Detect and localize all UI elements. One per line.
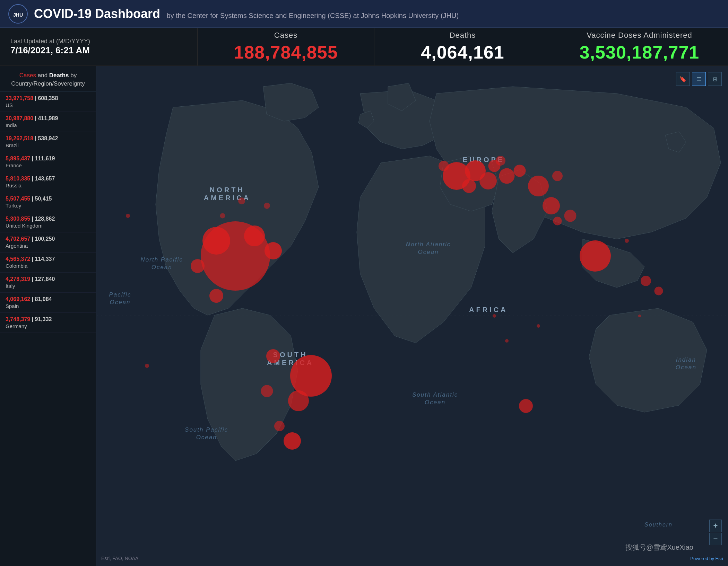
cases-label: Cases — [274, 31, 297, 40]
country-list: 33,971,758 | 608,358 US 30,987,880 | 411… — [0, 92, 96, 333]
country-name: Italy — [6, 283, 90, 289]
country-deaths: | 91,332 — [32, 316, 52, 322]
app-title: COVID-19 Dashboard — [34, 7, 160, 21]
sidebar-deaths-label: Deaths — [49, 72, 69, 79]
bookmark-button[interactable]: 🔖 — [676, 72, 690, 86]
country-item[interactable]: 5,810,335 | 143,657 Russia — [0, 172, 96, 192]
vaccine-label: Vaccine Doses Administered — [587, 31, 692, 40]
country-name: Brazil — [6, 142, 90, 148]
country-item[interactable]: 4,565,372 | 114,337 Colombia — [0, 253, 96, 273]
country-stats: 3,748,379 | 91,332 — [6, 316, 90, 322]
country-name: Turkey — [6, 203, 90, 209]
country-name: Germany — [6, 323, 90, 329]
svg-text:JHU: JHU — [13, 12, 23, 18]
country-stats: 4,278,319 | 127,840 — [6, 276, 90, 282]
country-deaths: | 127,840 — [32, 276, 55, 282]
country-deaths: | 143,657 — [32, 176, 55, 182]
country-name: US — [6, 102, 90, 108]
list-view-button[interactable]: ☰ — [692, 72, 706, 86]
cases-value: 188,784,855 — [234, 42, 338, 63]
country-name: Colombia — [6, 263, 90, 269]
world-map-svg — [96, 66, 728, 566]
country-item[interactable]: 5,895,437 | 111,619 France — [0, 152, 96, 172]
country-stats: 4,069,162 | 81,084 — [6, 296, 90, 302]
main-content: Cases and Deaths byCountry/Region/Sovere… — [0, 66, 728, 566]
sidebar-cases-label: Cases — [19, 72, 36, 79]
country-deaths: | 411,989 — [35, 115, 58, 121]
header-title-group: COVID-19 Dashboard by the Center for Sys… — [34, 7, 459, 21]
sidebar-and: and — [38, 72, 49, 79]
vaccine-value: 3,530,187,771 — [580, 42, 700, 63]
country-deaths: | 50,415 — [32, 196, 52, 202]
country-stats: 19,262,518 | 538,942 — [6, 135, 90, 142]
map-area[interactable]: 🔖 ☰ ⊞ North PacificOcean PacificOcean No… — [96, 66, 728, 566]
last-updated-block: Last Updated at (M/D/YYYY) 7/16/2021, 6:… — [0, 28, 198, 65]
country-stats: 30,987,880 | 411,989 — [6, 115, 90, 122]
country-stats: 5,895,437 | 111,619 — [6, 156, 90, 162]
map-toolbar[interactable]: 🔖 ☰ ⊞ — [676, 72, 722, 86]
country-stats: 5,810,335 | 143,657 — [6, 176, 90, 182]
country-item[interactable]: 3,748,379 | 91,332 Germany — [0, 313, 96, 333]
deaths-value: 4,064,161 — [421, 42, 504, 63]
country-stats: 33,971,758 | 608,358 — [6, 95, 90, 101]
country-name: United Kingdom — [6, 223, 90, 229]
country-deaths: | 608,358 — [35, 95, 58, 101]
country-item[interactable]: 4,069,162 | 81,084 Spain — [0, 293, 96, 313]
cases-block: Cases 188,784,855 — [198, 28, 374, 65]
watermark: 搜狐号@雪鸢XueXiao — [625, 543, 693, 552]
map-powered-by: Powered by Esri — [690, 556, 723, 561]
country-name: France — [6, 162, 90, 168]
country-deaths: | 538,942 — [35, 135, 58, 141]
country-stats: 4,702,657 | 100,250 — [6, 236, 90, 242]
map-zoom-controls[interactable]: + − — [709, 520, 722, 545]
country-deaths: | 111,619 — [32, 156, 55, 161]
country-item[interactable]: 19,262,518 | 538,942 Brazil — [0, 132, 96, 152]
country-deaths: | 100,250 — [32, 236, 55, 242]
app-header: JHU COVID-19 Dashboard by the Center for… — [0, 0, 728, 28]
vaccine-block: Vaccine Doses Administered 3,530,187,771 — [551, 28, 728, 65]
country-item[interactable]: 30,987,880 | 411,989 India — [0, 112, 96, 132]
country-sidebar[interactable]: Cases and Deaths byCountry/Region/Sovere… — [0, 66, 96, 566]
country-item[interactable]: 5,507,455 | 50,415 Turkey — [0, 192, 96, 212]
country-item[interactable]: 4,702,657 | 100,250 Argentina — [0, 232, 96, 253]
country-name: Argentina — [6, 243, 90, 249]
powered-by-text: Powered by Esri — [690, 556, 723, 561]
deaths-label: Deaths — [450, 31, 476, 40]
country-name: India — [6, 122, 90, 128]
country-item[interactable]: 33,971,758 | 608,358 US — [0, 92, 96, 112]
country-stats: 5,300,855 | 128,862 — [6, 216, 90, 222]
grid-view-button[interactable]: ⊞ — [708, 72, 722, 86]
last-updated-value: 7/16/2021, 6:21 AM — [10, 45, 90, 56]
country-stats: 4,565,372 | 114,337 — [6, 256, 90, 262]
stats-bar: Last Updated at (M/D/YYYY) 7/16/2021, 6:… — [0, 28, 728, 66]
country-item[interactable]: 4,278,319 | 127,840 Italy — [0, 273, 96, 293]
country-item[interactable]: 5,300,855 | 128,862 United Kingdom — [0, 212, 96, 232]
jhu-logo: JHU — [8, 4, 28, 24]
app-subtitle: by the Center for Systems Science and En… — [167, 12, 459, 19]
last-updated-label: Last Updated at (M/D/YYYY) — [10, 38, 90, 45]
country-name: Spain — [6, 303, 90, 309]
deaths-block: Deaths 4,064,161 — [374, 28, 551, 65]
zoom-out-button[interactable]: − — [709, 533, 722, 545]
country-deaths: | 81,084 — [32, 296, 52, 302]
sidebar-header: Cases and Deaths byCountry/Region/Sovere… — [0, 66, 96, 92]
southern-ocean-label: Southern — [644, 522, 673, 528]
country-name: Russia — [6, 183, 90, 188]
country-deaths: | 114,337 — [32, 256, 55, 262]
country-stats: 5,507,455 | 50,415 — [6, 196, 90, 202]
country-deaths: | 128,862 — [32, 216, 55, 222]
map-attribution: Esri, FAO, NOAA — [101, 556, 138, 561]
zoom-in-button[interactable]: + — [709, 520, 722, 532]
